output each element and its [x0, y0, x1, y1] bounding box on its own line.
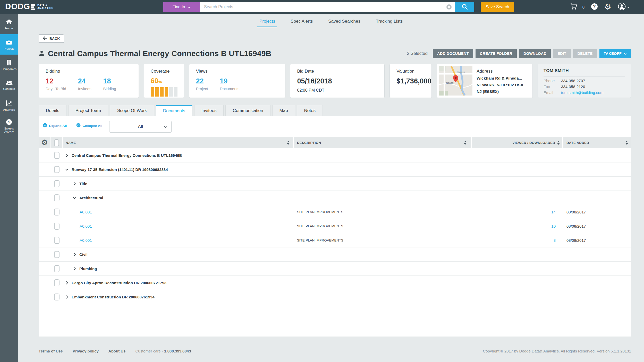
table-row-folder: Runway 17-35 Extension (1401.11) DR 1998…: [39, 162, 631, 177]
bid-date-card: Bid Date 05/16/2018 02:00 PM CDT: [290, 64, 385, 98]
stat-days-to-bid: 12 Days To Bid: [46, 77, 66, 91]
row-name: Civil: [79, 252, 88, 257]
row-viewed-count[interactable]: 14: [472, 210, 563, 214]
tab-scope-of-work[interactable]: Scope Of Work: [110, 105, 154, 116]
chevron-down-icon: [624, 51, 627, 56]
expand-all-button[interactable]: Expand All: [43, 123, 67, 128]
sidebar-item-home[interactable]: Home: [0, 14, 18, 34]
coverage-bar: [160, 87, 164, 97]
table-row-document: A0.001 SITE PLAN IMPROVEMENTS 8 08/08/20…: [39, 233, 631, 247]
download-button[interactable]: DOWNLOAD: [519, 49, 551, 58]
row-viewed-count[interactable]: 10: [472, 224, 563, 228]
project-tabs: DetailsProject TeamScope Of WorkDocument…: [39, 105, 631, 116]
column-header-description[interactable]: DESCRIPTION: [294, 137, 472, 148]
chevron-right-icon[interactable]: [73, 253, 77, 256]
tab-map[interactable]: Map: [272, 105, 295, 116]
document-link[interactable]: A0.001: [80, 210, 92, 214]
table-row-folder: Civil: [39, 247, 631, 262]
row-checkbox[interactable]: [54, 180, 60, 187]
row-checkbox[interactable]: [54, 166, 60, 173]
column-header-date-added[interactable]: DATE ADDED: [563, 137, 631, 148]
row-viewed-count[interactable]: 8: [472, 238, 563, 243]
add-document-button[interactable]: ADD DOCUMENT: [433, 49, 473, 58]
sort-icon[interactable]: [557, 141, 560, 145]
subnav-item-spec-alerts[interactable]: Spec Alerts: [291, 14, 313, 29]
column-header-name[interactable]: NAME: [63, 137, 294, 148]
row-checkbox[interactable]: [54, 194, 60, 201]
column-settings-gear-icon[interactable]: ⚙: [41, 139, 48, 146]
dodge-logo[interactable]: DODG DATA & ANALYTICS: [5, 2, 53, 11]
chevron-right-icon[interactable]: [73, 267, 77, 271]
projects-icon: [6, 39, 12, 46]
table-body: Central Campus Thermal Energy Connection…: [39, 148, 631, 304]
row-checkbox[interactable]: [54, 251, 60, 258]
sidebar: Home Projects Companies Contacts Analyti…: [0, 14, 18, 362]
document-link[interactable]: A0.001: [80, 238, 92, 243]
row-checkbox[interactable]: [54, 209, 60, 216]
collapse-all-button[interactable]: Collapse All: [76, 123, 102, 128]
tab-notes[interactable]: Notes: [297, 105, 323, 116]
row-checkbox[interactable]: [54, 294, 60, 300]
row-checkbox[interactable]: [54, 152, 60, 159]
chevron-right-icon[interactable]: [65, 281, 69, 285]
cart-icon: [570, 3, 578, 11]
sidebar-item-analytics[interactable]: Analytics: [0, 95, 18, 116]
row-checkbox[interactable]: [54, 223, 60, 230]
svg-text:Harrison: Harrison: [457, 71, 465, 73]
delete-button: DELETE: [573, 49, 597, 58]
row-checkbox[interactable]: [54, 265, 60, 272]
tab-communication[interactable]: Communication: [225, 105, 270, 116]
secondary-nav: ProjectsSpec AlertsSaved SearchesTrackin…: [18, 14, 644, 29]
chevron-down-icon[interactable]: [73, 196, 77, 200]
tab-project-team[interactable]: Project Team: [68, 105, 108, 116]
chevron-down-icon[interactable]: [65, 168, 69, 171]
takeoff-button[interactable]: TAKEOFF: [599, 49, 631, 58]
tab-invitees[interactable]: Invitees: [194, 105, 224, 116]
map-thumbnail[interactable]: Harrison Newark: [439, 66, 472, 96]
cart-button[interactable]: 8: [570, 3, 584, 11]
sidebar-item-sweets-activity[interactable]: S Sweets Activity: [0, 116, 18, 136]
row-name: Architectural: [79, 196, 103, 200]
subnav-item-saved-searches[interactable]: Saved Searches: [328, 14, 360, 29]
footer-link-terms-of-use[interactable]: Terms of Use: [39, 349, 63, 353]
column-header-viewed-downloaded[interactable]: VIEWED / DOWNLOADED: [472, 137, 563, 148]
chevron-right-icon[interactable]: [73, 182, 77, 186]
user-menu[interactable]: [618, 2, 630, 12]
gear-icon[interactable]: ⚙: [604, 3, 611, 11]
sort-icon[interactable]: [287, 141, 290, 145]
back-button[interactable]: BACK: [39, 35, 64, 43]
tab-documents[interactable]: Documents: [156, 105, 192, 116]
document-filter-select[interactable]: All: [109, 121, 172, 133]
help-icon[interactable]: ?: [591, 3, 598, 11]
save-search-button[interactable]: Save Search: [481, 2, 514, 12]
sidebar-item-contacts[interactable]: Contacts: [0, 75, 18, 95]
chevron-right-icon[interactable]: [65, 295, 69, 299]
subnav-item-projects[interactable]: Projects: [259, 14, 275, 29]
sidebar-item-companies[interactable]: Companies: [0, 55, 18, 75]
select-all-checkbox[interactable]: [54, 139, 59, 146]
footer-link-about-us[interactable]: About Us: [108, 349, 126, 353]
row-checkbox[interactable]: [54, 237, 60, 244]
card-title: Bid Date: [297, 69, 378, 74]
chevron-right-icon[interactable]: [65, 153, 69, 157]
table-row-folder: Plumbing: [39, 262, 631, 276]
tab-details[interactable]: Details: [39, 105, 66, 116]
table-row-folder: Central Campus Thermal Energy Connection…: [39, 148, 631, 162]
sort-icon[interactable]: [464, 141, 467, 145]
row-checkbox[interactable]: [54, 279, 60, 286]
sidebar-item-projects[interactable]: Projects: [0, 34, 18, 55]
documents-panel: Expand All Collapse All All ⚙: [39, 116, 631, 337]
search-button[interactable]: [455, 2, 474, 12]
email-link[interactable]: tom.smith@building.com: [561, 90, 603, 95]
row-date-added: 08/08/2017: [563, 238, 631, 243]
card-title: Coverage: [151, 69, 180, 74]
create-folder-button[interactable]: CREATE FOLDER: [476, 49, 517, 58]
selected-count: 2 Selected: [407, 51, 428, 56]
clear-search-icon[interactable]: [446, 4, 452, 10]
search-input[interactable]: [200, 2, 455, 12]
sort-icon[interactable]: [625, 141, 628, 145]
find-in-button[interactable]: Find In: [163, 2, 200, 12]
document-link[interactable]: A0.001: [80, 224, 92, 228]
footer-link-privacy-policy[interactable]: Privacy policy: [73, 349, 99, 353]
subnav-item-tracking-lists[interactable]: Tracking Lists: [376, 14, 403, 29]
